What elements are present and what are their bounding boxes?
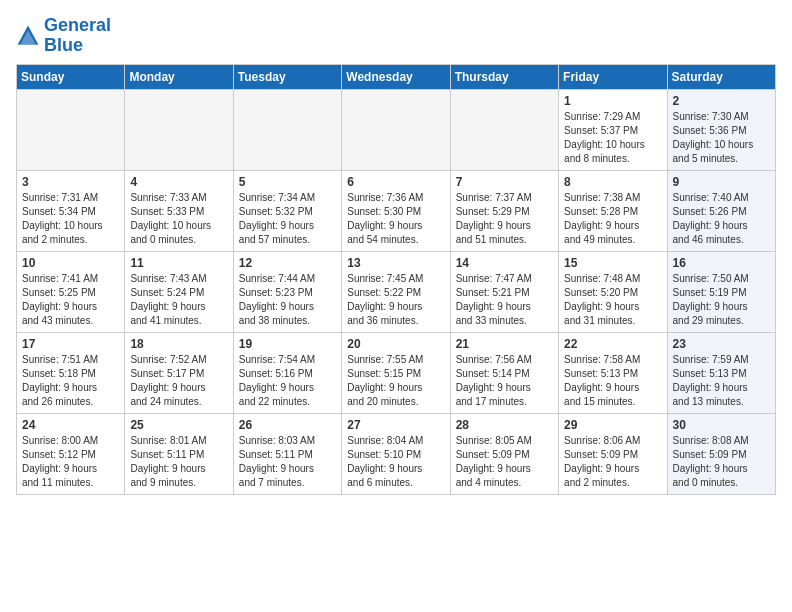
logo-icon: [16, 24, 40, 48]
day-number: 22: [564, 337, 661, 351]
calendar-week-row: 10Sunrise: 7:41 AM Sunset: 5:25 PM Dayli…: [17, 251, 776, 332]
calendar-cell: [125, 89, 233, 170]
calendar-cell: 6Sunrise: 7:36 AM Sunset: 5:30 PM Daylig…: [342, 170, 450, 251]
day-info: Sunrise: 7:36 AM Sunset: 5:30 PM Dayligh…: [347, 191, 444, 247]
day-number: 15: [564, 256, 661, 270]
day-info: Sunrise: 7:33 AM Sunset: 5:33 PM Dayligh…: [130, 191, 227, 247]
day-info: Sunrise: 7:29 AM Sunset: 5:37 PM Dayligh…: [564, 110, 661, 166]
calendar-cell: 26Sunrise: 8:03 AM Sunset: 5:11 PM Dayli…: [233, 413, 341, 494]
calendar-header: SundayMondayTuesdayWednesdayThursdayFrid…: [17, 64, 776, 89]
weekday-header: Friday: [559, 64, 667, 89]
calendar-cell: [17, 89, 125, 170]
calendar-cell: 23Sunrise: 7:59 AM Sunset: 5:13 PM Dayli…: [667, 332, 775, 413]
calendar-week-row: 3Sunrise: 7:31 AM Sunset: 5:34 PM Daylig…: [17, 170, 776, 251]
calendar-cell: 19Sunrise: 7:54 AM Sunset: 5:16 PM Dayli…: [233, 332, 341, 413]
calendar-cell: [233, 89, 341, 170]
day-number: 11: [130, 256, 227, 270]
day-info: Sunrise: 8:06 AM Sunset: 5:09 PM Dayligh…: [564, 434, 661, 490]
day-number: 5: [239, 175, 336, 189]
day-number: 13: [347, 256, 444, 270]
day-info: Sunrise: 7:41 AM Sunset: 5:25 PM Dayligh…: [22, 272, 119, 328]
calendar-cell: 12Sunrise: 7:44 AM Sunset: 5:23 PM Dayli…: [233, 251, 341, 332]
calendar-cell: 1Sunrise: 7:29 AM Sunset: 5:37 PM Daylig…: [559, 89, 667, 170]
day-number: 6: [347, 175, 444, 189]
weekday-header: Monday: [125, 64, 233, 89]
calendar-cell: 30Sunrise: 8:08 AM Sunset: 5:09 PM Dayli…: [667, 413, 775, 494]
day-number: 25: [130, 418, 227, 432]
calendar-cell: 28Sunrise: 8:05 AM Sunset: 5:09 PM Dayli…: [450, 413, 558, 494]
calendar-week-row: 1Sunrise: 7:29 AM Sunset: 5:37 PM Daylig…: [17, 89, 776, 170]
calendar-cell: 14Sunrise: 7:47 AM Sunset: 5:21 PM Dayli…: [450, 251, 558, 332]
day-info: Sunrise: 7:55 AM Sunset: 5:15 PM Dayligh…: [347, 353, 444, 409]
day-number: 27: [347, 418, 444, 432]
day-info: Sunrise: 7:48 AM Sunset: 5:20 PM Dayligh…: [564, 272, 661, 328]
page-header: General Blue: [16, 16, 776, 56]
calendar-cell: 22Sunrise: 7:58 AM Sunset: 5:13 PM Dayli…: [559, 332, 667, 413]
day-number: 30: [673, 418, 770, 432]
day-info: Sunrise: 7:47 AM Sunset: 5:21 PM Dayligh…: [456, 272, 553, 328]
calendar-cell: 7Sunrise: 7:37 AM Sunset: 5:29 PM Daylig…: [450, 170, 558, 251]
day-info: Sunrise: 7:43 AM Sunset: 5:24 PM Dayligh…: [130, 272, 227, 328]
calendar-cell: 25Sunrise: 8:01 AM Sunset: 5:11 PM Dayli…: [125, 413, 233, 494]
calendar-cell: 8Sunrise: 7:38 AM Sunset: 5:28 PM Daylig…: [559, 170, 667, 251]
day-info: Sunrise: 7:30 AM Sunset: 5:36 PM Dayligh…: [673, 110, 770, 166]
day-number: 8: [564, 175, 661, 189]
day-number: 1: [564, 94, 661, 108]
day-info: Sunrise: 7:38 AM Sunset: 5:28 PM Dayligh…: [564, 191, 661, 247]
logo: General Blue: [16, 16, 111, 56]
calendar-cell: 2Sunrise: 7:30 AM Sunset: 5:36 PM Daylig…: [667, 89, 775, 170]
logo-text: General Blue: [44, 16, 111, 56]
day-number: 20: [347, 337, 444, 351]
day-info: Sunrise: 8:05 AM Sunset: 5:09 PM Dayligh…: [456, 434, 553, 490]
calendar-week-row: 17Sunrise: 7:51 AM Sunset: 5:18 PM Dayli…: [17, 332, 776, 413]
day-number: 19: [239, 337, 336, 351]
calendar-cell: 24Sunrise: 8:00 AM Sunset: 5:12 PM Dayli…: [17, 413, 125, 494]
weekday-header: Saturday: [667, 64, 775, 89]
calendar-cell: 4Sunrise: 7:33 AM Sunset: 5:33 PM Daylig…: [125, 170, 233, 251]
day-info: Sunrise: 8:04 AM Sunset: 5:10 PM Dayligh…: [347, 434, 444, 490]
calendar-cell: 13Sunrise: 7:45 AM Sunset: 5:22 PM Dayli…: [342, 251, 450, 332]
day-number: 10: [22, 256, 119, 270]
day-info: Sunrise: 8:00 AM Sunset: 5:12 PM Dayligh…: [22, 434, 119, 490]
day-info: Sunrise: 7:51 AM Sunset: 5:18 PM Dayligh…: [22, 353, 119, 409]
weekday-header: Wednesday: [342, 64, 450, 89]
day-number: 16: [673, 256, 770, 270]
day-info: Sunrise: 7:34 AM Sunset: 5:32 PM Dayligh…: [239, 191, 336, 247]
day-info: Sunrise: 7:54 AM Sunset: 5:16 PM Dayligh…: [239, 353, 336, 409]
calendar-cell: [450, 89, 558, 170]
day-info: Sunrise: 7:56 AM Sunset: 5:14 PM Dayligh…: [456, 353, 553, 409]
calendar-cell: 3Sunrise: 7:31 AM Sunset: 5:34 PM Daylig…: [17, 170, 125, 251]
weekday-header: Thursday: [450, 64, 558, 89]
calendar-cell: 9Sunrise: 7:40 AM Sunset: 5:26 PM Daylig…: [667, 170, 775, 251]
weekday-header: Sunday: [17, 64, 125, 89]
calendar-cell: [342, 89, 450, 170]
day-number: 7: [456, 175, 553, 189]
day-number: 14: [456, 256, 553, 270]
day-number: 18: [130, 337, 227, 351]
day-number: 24: [22, 418, 119, 432]
day-info: Sunrise: 7:45 AM Sunset: 5:22 PM Dayligh…: [347, 272, 444, 328]
calendar-cell: 27Sunrise: 8:04 AM Sunset: 5:10 PM Dayli…: [342, 413, 450, 494]
calendar-cell: 21Sunrise: 7:56 AM Sunset: 5:14 PM Dayli…: [450, 332, 558, 413]
calendar-cell: 16Sunrise: 7:50 AM Sunset: 5:19 PM Dayli…: [667, 251, 775, 332]
calendar-cell: 17Sunrise: 7:51 AM Sunset: 5:18 PM Dayli…: [17, 332, 125, 413]
calendar-cell: 18Sunrise: 7:52 AM Sunset: 5:17 PM Dayli…: [125, 332, 233, 413]
day-info: Sunrise: 7:40 AM Sunset: 5:26 PM Dayligh…: [673, 191, 770, 247]
day-number: 9: [673, 175, 770, 189]
day-info: Sunrise: 7:50 AM Sunset: 5:19 PM Dayligh…: [673, 272, 770, 328]
day-number: 26: [239, 418, 336, 432]
day-number: 4: [130, 175, 227, 189]
calendar-cell: 15Sunrise: 7:48 AM Sunset: 5:20 PM Dayli…: [559, 251, 667, 332]
day-info: Sunrise: 8:01 AM Sunset: 5:11 PM Dayligh…: [130, 434, 227, 490]
day-info: Sunrise: 7:31 AM Sunset: 5:34 PM Dayligh…: [22, 191, 119, 247]
day-number: 28: [456, 418, 553, 432]
day-number: 21: [456, 337, 553, 351]
calendar-cell: 29Sunrise: 8:06 AM Sunset: 5:09 PM Dayli…: [559, 413, 667, 494]
day-number: 23: [673, 337, 770, 351]
calendar-table: SundayMondayTuesdayWednesdayThursdayFrid…: [16, 64, 776, 495]
day-number: 12: [239, 256, 336, 270]
day-info: Sunrise: 7:44 AM Sunset: 5:23 PM Dayligh…: [239, 272, 336, 328]
day-number: 2: [673, 94, 770, 108]
day-number: 29: [564, 418, 661, 432]
day-info: Sunrise: 7:37 AM Sunset: 5:29 PM Dayligh…: [456, 191, 553, 247]
